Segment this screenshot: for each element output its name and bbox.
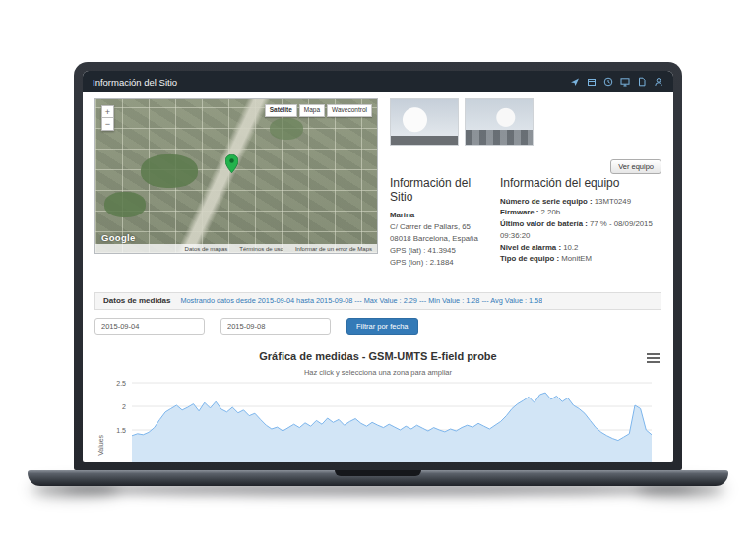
calendar-icon[interactable] [587, 77, 597, 87]
map-zoom-control: + − [101, 105, 114, 131]
app-window: Información del Sitio [83, 71, 673, 462]
site-address-line1: C/ Carrer de Pallars, 65 [390, 221, 492, 233]
site-gps-lat: GPS (lat) : 41.3945 [390, 245, 492, 257]
map-satellite-button[interactable]: Satélite [265, 104, 297, 117]
clock-icon[interactable] [603, 77, 613, 87]
page-content: + − Satélite Mapa Wavecontrol Google Dat… [83, 92, 673, 462]
map-pin-icon[interactable] [225, 154, 238, 173]
map-type-controls: Satélite Mapa Wavecontrol [265, 104, 372, 117]
date-from-input[interactable] [94, 318, 205, 335]
map-map-button[interactable]: Mapa [299, 104, 325, 117]
measurements-summary: Mostrando datos desde 2015-09-04 hasta 2… [180, 296, 542, 305]
equipment-type-row: Tipo de equipo : MonitEM [500, 253, 662, 265]
svg-text:Values: Values [97, 434, 104, 455]
measurements-header-bar: Datos de medidas Mostrando datos desde 2… [94, 292, 662, 310]
site-info-title: Información del Sitio [390, 177, 492, 205]
map-park-area [270, 118, 303, 140]
map[interactable]: + − Satélite Mapa Wavecontrol Google Dat… [94, 98, 378, 254]
equipment-row-value: 2.20b [541, 208, 561, 216]
map-zoom-in-button[interactable]: + [101, 105, 114, 118]
equipment-serial-row: Número de serie equipo : 13MT0249 [500, 196, 662, 208]
measurement-chart: Gráfica de medidas - GSM-UMTS E-field pr… [94, 350, 662, 462]
laptop-mockup: Información del Sitio [0, 0, 756, 551]
laptop-screen-bezel: Información del Sitio [74, 62, 682, 470]
measurements-title: Datos de medidas [103, 296, 170, 305]
equipment-photos [390, 98, 662, 146]
titlebar: Información del Sitio [83, 71, 673, 92]
map-zoom-out-button[interactable]: − [101, 118, 114, 131]
svg-text:2: 2 [122, 402, 126, 409]
report-map-error-link[interactable]: Informar de un error de Maps [295, 246, 372, 252]
equipment-row-label: Tipo de equipo : [500, 254, 559, 263]
equipment-row-label: Número de serie equipo : [500, 197, 593, 206]
site-info-section: Información del Sitio Marina C/ Carrer d… [390, 177, 492, 269]
equipment-row-value: 10.2 [563, 243, 578, 252]
equipment-row-label: Nivel de alarma : [500, 243, 561, 252]
equipment-row-label: Firmware : [500, 208, 538, 216]
google-logo[interactable]: Google [101, 232, 136, 243]
terms-of-use-link[interactable]: Términos de uso [239, 246, 284, 252]
chart-subtitle: Haz click y selecciona una zona para amp… [94, 368, 662, 377]
map-data-label: Datos de mapas [185, 246, 228, 252]
map-park-area [141, 154, 198, 188]
titlebar-icons [570, 77, 663, 87]
svg-text:1.5: 1.5 [116, 426, 126, 433]
filter-by-date-button[interactable]: Filtrar por fecha [346, 318, 418, 335]
user-icon[interactable] [654, 77, 663, 87]
site-address-line2: 08018 Barcelona, España [390, 233, 492, 245]
equipment-row-value: 13MT0249 [595, 197, 631, 206]
equipment-info-title: Información del equipo [500, 177, 662, 191]
equipment-battery-row: Último valor de batería : 77 % - 08/09/2… [500, 218, 662, 241]
site-gps-lon: GPS (lon) : 2.1884 [390, 257, 492, 269]
svg-text:2.5: 2.5 [116, 379, 126, 386]
equipment-alarm-row: Nivel de alarma : 10.2 [500, 242, 662, 254]
chart-title: Gráfica de medidas - GSM-UMTS E-field pr… [94, 350, 662, 362]
date-to-input[interactable] [220, 318, 331, 335]
map-attribution: Datos de mapas Términos de uso Informar … [95, 244, 377, 253]
photo-antenna-2[interactable] [465, 98, 534, 146]
chart-plot-area[interactable]: 1.522.5Values [94, 379, 662, 462]
laptop-notch [335, 470, 421, 476]
equipment-row-value: MonitEM [561, 254, 592, 263]
equipment-row-label: Último valor de batería : [500, 219, 588, 228]
send-icon[interactable] [570, 77, 580, 87]
site-name: Marina [390, 210, 492, 221]
chart-menu-icon[interactable] [647, 351, 660, 365]
photo-antenna-1[interactable] [390, 98, 459, 146]
map-park-area [104, 192, 146, 217]
map-wavecontrol-button[interactable]: Wavecontrol [327, 104, 372, 117]
window-title: Información del Sitio [93, 77, 177, 88]
equipment-firmware-row: Firmware : 2.20b [500, 207, 662, 218]
site-details-panel: Ver equipo Información del Sitio Marina … [390, 98, 662, 269]
date-filter-row: Filtrar por fecha [94, 318, 662, 335]
ver-equipo-button[interactable]: Ver equipo [610, 159, 662, 174]
laptop-base [28, 470, 728, 486]
display-icon[interactable] [620, 77, 630, 87]
document-icon[interactable] [637, 77, 647, 87]
equipment-info-section: Información del equipo Número de serie e… [500, 177, 662, 269]
